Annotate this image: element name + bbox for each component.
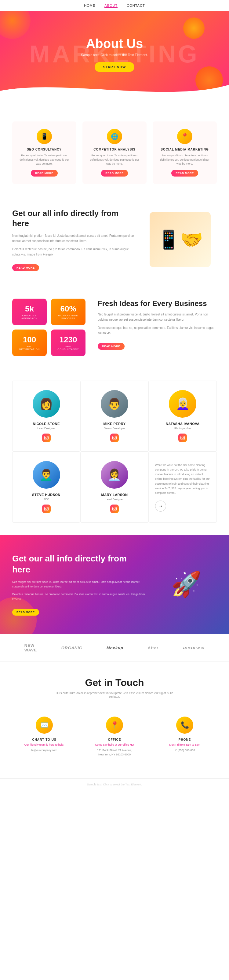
gradient-para-2: Delectus recteque has ne, no pro tation … xyxy=(12,592,147,601)
nav-contact[interactable]: CONTACT xyxy=(127,4,145,8)
stat-num-0: 5k xyxy=(16,304,43,313)
service-card-0: 📱 SEO CONSULTANCY Per ea quod iusto. Te … xyxy=(12,121,76,184)
contact-card-phone: 📞 PHONE Mon-Fri from 8am to 5am +1(555) … xyxy=(153,710,217,763)
contact-link-1[interactable]: Come say hello at our office HQ xyxy=(85,743,144,746)
service-text-2: Per ea quod iusto. Te autem periti nax d… xyxy=(158,154,211,166)
service-readmore-2[interactable]: READ MORE xyxy=(171,170,198,177)
team-avatar-mary: 👩‍💼 xyxy=(101,461,128,488)
service-card-2: 📍 SOCIAL MEDIA MARKETING Per ea quod ius… xyxy=(153,121,217,184)
info-para-2: Delectus recteque has ne, no pro tation … xyxy=(12,247,137,257)
team-name-natasha: NATASHA IVANOVA xyxy=(166,422,200,426)
team-avatar-mike: 👨 xyxy=(101,390,128,418)
footer-text: Sample text. Click to select the Text El… xyxy=(87,783,142,786)
instagram-icon-nicole[interactable] xyxy=(42,434,51,442)
instagram-icon-natasha[interactable] xyxy=(178,434,187,442)
gradient-readmore-button[interactable]: READ MORE xyxy=(12,609,39,616)
services-grid: 📱 SEO CONSULTANCY Per ea quod iusto. Te … xyxy=(12,121,217,184)
stat-label-0: CREATIVEAPPROACH xyxy=(16,314,43,320)
instagram-icon-mary[interactable] xyxy=(110,504,119,513)
info-para-1: Nec feugiat nisl pretium fusce id. Justo… xyxy=(12,233,137,243)
stat-num-1: 60% xyxy=(55,304,81,313)
stat-label-3: SEOCONSULTANCY xyxy=(55,345,81,351)
service-text-1: Per ea quod iusto. Te autem periti nax d… xyxy=(88,154,141,166)
team-card-natasha: 👩‍🦳 NATASHA IVANOVA Photographer xyxy=(149,380,217,452)
contact-link-0[interactable]: Our friendly team is here to help. xyxy=(15,743,73,746)
service-icon-2: 📍 xyxy=(177,129,193,144)
phone-hand-visual: 📱🤝 xyxy=(150,212,211,267)
blob-1 xyxy=(0,11,30,39)
contact-card-chat: ✉️ CHART TO US Our friendly team is here… xyxy=(12,710,76,763)
logo-4: LUMENARIS xyxy=(183,646,205,649)
service-readmore-1[interactable]: READ MORE xyxy=(101,170,128,177)
info-readmore-button[interactable]: READ MORE xyxy=(12,264,39,271)
contact-icon-chat: ✉️ xyxy=(36,717,53,734)
info-text: Get our all info directly from here Nec … xyxy=(12,208,137,271)
fresh-readmore-button[interactable]: READ MORE xyxy=(98,343,125,350)
service-title-2: SOCIAL MEDIA MARKETING xyxy=(158,148,211,151)
service-readmore-0[interactable]: READ MORE xyxy=(31,170,58,177)
team-role-natasha: Photographer xyxy=(174,427,191,430)
stat-box-3: 1230 SEOCONSULTANCY xyxy=(51,329,85,356)
info-section: Get our all info directly from here Nec … xyxy=(0,193,229,287)
instagram-icon-steve[interactable] xyxy=(42,504,51,513)
logo-0: NEWWAVE xyxy=(24,643,37,652)
team-description: While we were not the first home clearin… xyxy=(155,463,210,496)
stat-box-2: 100 SEOOPTIMIZATION xyxy=(12,329,47,356)
gradient-para-1: Nec feugiat nisl pretium fusce id. Justo… xyxy=(12,580,147,589)
gradient-text: Get our all info directly from here Nec … xyxy=(12,553,147,616)
contact-card-title-2: PHONE xyxy=(156,738,214,741)
logos-section: NEWWAVE ORGANIC Mockup After LUMENARIS xyxy=(0,634,229,662)
team-card-nicole: 👩 NICOLE STONE Lead Designer xyxy=(12,380,80,452)
team-role-steve: SEO xyxy=(43,498,49,501)
contact-detail-1: 121 Rock Street, 21 Avenue, New York, NY… xyxy=(85,748,144,757)
contact-detail-2: +1(555) 000-000 xyxy=(156,748,214,752)
fresh-para-2: Delectus recteque has ne, no pro tation … xyxy=(98,325,217,336)
team-arrow-button[interactable]: → xyxy=(155,501,166,512)
stat-box-1: 60% GUARANTEEDSUCCESS xyxy=(51,299,85,325)
stat-box-0: 5k CREATIVEAPPROACH xyxy=(12,299,47,325)
team-avatar-steve: 👨‍🦱 xyxy=(33,461,60,488)
stat-num-2: 100 xyxy=(16,335,43,345)
blob-3 xyxy=(183,18,205,39)
team-card-mary: 👩‍💼 MARY LARSON Lead Designer xyxy=(80,452,148,523)
team-name-mary: MARY LARSON xyxy=(101,493,128,496)
info-title: Get our all info directly from here xyxy=(12,208,137,229)
fresh-ideas-text: Fresh Ideas for Every Business Nec feugi… xyxy=(98,299,217,350)
team-role-mike: Senior Developer xyxy=(104,427,125,430)
rocket-visual: 🚀 xyxy=(156,570,217,599)
team-avatar-natasha: 👩‍🦳 xyxy=(169,390,196,418)
hero-wave xyxy=(0,79,229,97)
contact-card-title-0: CHART TO US xyxy=(15,738,73,741)
service-text-0: Per ea quod iusto. Te autem periti nax d… xyxy=(18,154,71,166)
info-image: 📱🤝 xyxy=(150,212,217,267)
team-grid: 👩 NICOLE STONE Lead Designer 👨 MIKE PERR… xyxy=(12,380,217,523)
footer: Sample text. Click to select the Text El… xyxy=(0,778,229,790)
service-icon-0: 📱 xyxy=(36,129,52,144)
service-card-1: 🌐 COMPETITOR ANALYSIS Per ea quod iusto.… xyxy=(82,121,147,184)
contact-title: Get in Touch xyxy=(12,677,217,689)
services-section: 📱 SEO CONSULTANCY Per ea quod iusto. Te … xyxy=(0,97,229,193)
service-title-1: COMPETITOR ANALYSIS xyxy=(88,148,141,151)
team-section: 👩 NICOLE STONE Lead Designer 👨 MIKE PERR… xyxy=(0,368,229,535)
hero-section: MARKETING About Us Sample text. Click to… xyxy=(0,11,229,97)
contact-detail-0: hi@ourcompany.com xyxy=(15,748,73,752)
contact-card-office: 📍 OFFICE Come say hello at our office HQ… xyxy=(82,710,147,763)
instagram-icon-mike[interactable] xyxy=(110,434,119,442)
hero-title: About Us xyxy=(86,37,143,51)
hero-cta-button[interactable]: START NOW xyxy=(95,62,135,72)
stat-label-2: SEOOPTIMIZATION xyxy=(16,345,43,351)
team-name-steve: STEVE HUDSON xyxy=(32,493,60,496)
contact-icon-office: 📍 xyxy=(106,717,123,734)
team-card-steve: 👨‍🦱 STEVE HUDSON SEO xyxy=(12,452,80,523)
nav-home[interactable]: HOME xyxy=(84,4,95,8)
team-role-mary: Lead Designer xyxy=(106,498,124,501)
stats-grid: 5k CREATIVEAPPROACH 60% GUARANTEEDSUCCES… xyxy=(12,299,85,356)
hero-subtitle: Sample text. Click to select the Text El… xyxy=(81,53,148,57)
gradient-title: Get our all info directly from here xyxy=(12,553,147,576)
fresh-title: Fresh Ideas for Every Business xyxy=(98,299,217,308)
contact-subtitle: Duis aute irure dolor in reprehenderit i… xyxy=(54,692,175,698)
service-title-0: SEO CONSULTANCY xyxy=(18,148,71,151)
nav-about[interactable]: ABOUT xyxy=(104,4,118,8)
contact-link-2[interactable]: Mon-Fri from 8am to 5am xyxy=(156,743,214,746)
gradient-section: Get our all info directly from here Nec … xyxy=(0,535,229,634)
